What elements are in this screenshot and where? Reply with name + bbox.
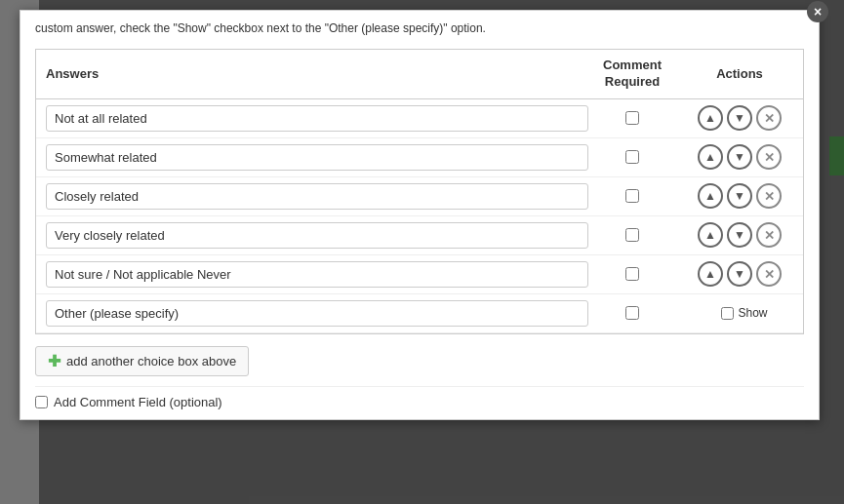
comment-required-checkbox-3[interactable]: [625, 189, 639, 203]
modal-content: custom answer, check the "Show" checkbox…: [20, 11, 819, 419]
answer-input-3[interactable]: [46, 183, 588, 210]
modal-close-button[interactable]: ×: [807, 1, 828, 22]
table-row: ▲ ▼ ✕: [36, 216, 803, 255]
add-choice-button[interactable]: ✚ add another choice box above: [35, 346, 249, 376]
show-label: Show: [738, 306, 767, 320]
comment-required-checkbox-2[interactable]: [625, 150, 639, 164]
other-row: Show: [36, 294, 803, 333]
delete-button-3[interactable]: ✕: [756, 183, 782, 209]
show-checkbox-label: Show: [711, 306, 767, 320]
comment-checkbox-2: [588, 150, 676, 164]
move-down-button-2[interactable]: ▼: [727, 144, 752, 170]
header-comment-required: Comment Required: [588, 58, 676, 91]
other-answer-input[interactable]: [46, 300, 588, 327]
add-comment-label: Add Comment Field (optional): [54, 395, 222, 409]
answer-input-2[interactable]: [46, 144, 588, 171]
delete-button-2[interactable]: ✕: [756, 144, 782, 170]
answer-input-4[interactable]: [46, 222, 588, 249]
comment-required-checkbox-1[interactable]: [625, 111, 639, 125]
answer-input-5[interactable]: [46, 261, 588, 288]
comment-required-checkbox-5[interactable]: [625, 267, 639, 281]
move-up-button-1[interactable]: ▲: [698, 105, 723, 131]
move-down-button-1[interactable]: ▼: [727, 105, 752, 131]
move-up-button-2[interactable]: ▲: [698, 144, 723, 170]
actions-cell-3: ▲ ▼ ✕: [676, 183, 793, 209]
delete-button-5[interactable]: ✕: [756, 261, 782, 287]
modal-overlay: × custom answer, check the "Show" checkb…: [0, 0, 844, 504]
other-comment-checkbox: [588, 306, 676, 320]
comment-checkbox-1: [588, 111, 676, 125]
comment-required-checkbox-4[interactable]: [625, 228, 639, 242]
modal-dialog: × custom answer, check the "Show" checkb…: [20, 10, 820, 420]
table-row: ▲ ▼ ✕: [36, 99, 803, 138]
other-comment-required-checkbox[interactable]: [625, 306, 639, 320]
table-row: ▲ ▼ ✕: [36, 177, 803, 216]
move-down-button-5[interactable]: ▼: [727, 261, 752, 287]
actions-cell-5: ▲ ▼ ✕: [676, 261, 793, 287]
modal-description: custom answer, check the "Show" checkbox…: [35, 20, 804, 37]
delete-button-4[interactable]: ✕: [756, 222, 782, 248]
move-down-button-3[interactable]: ▼: [727, 183, 752, 209]
actions-cell-1: ▲ ▼ ✕: [676, 105, 793, 131]
move-up-button-4[interactable]: ▲: [698, 222, 723, 248]
answers-table: Answers Comment Required Actions ▲ ▼ ✕: [35, 49, 804, 334]
move-up-button-3[interactable]: ▲: [698, 183, 723, 209]
table-row: ▲ ▼ ✕: [36, 255, 803, 294]
delete-button-1[interactable]: ✕: [756, 105, 782, 131]
other-actions-cell: Show: [676, 306, 793, 320]
add-comment-checkbox[interactable]: [35, 396, 48, 408]
header-answers: Answers: [46, 66, 588, 81]
show-checkbox[interactable]: [721, 307, 734, 320]
add-choice-icon: ✚: [48, 352, 60, 370]
add-choice-label: add another choice box above: [66, 354, 236, 368]
add-comment-row: Add Comment Field (optional): [35, 386, 804, 419]
comment-checkbox-3: [588, 189, 676, 203]
table-header: Answers Comment Required Actions: [36, 50, 803, 99]
move-up-button-5[interactable]: ▲: [698, 261, 723, 287]
comment-checkbox-4: [588, 228, 676, 242]
actions-cell-2: ▲ ▼ ✕: [676, 144, 793, 170]
table-row: ▲ ▼ ✕: [36, 138, 803, 177]
actions-cell-4: ▲ ▼ ✕: [676, 222, 793, 248]
header-actions: Actions: [676, 66, 793, 81]
comment-checkbox-5: [588, 267, 676, 281]
move-down-button-4[interactable]: ▼: [727, 222, 752, 248]
answer-input-1[interactable]: [46, 105, 588, 132]
